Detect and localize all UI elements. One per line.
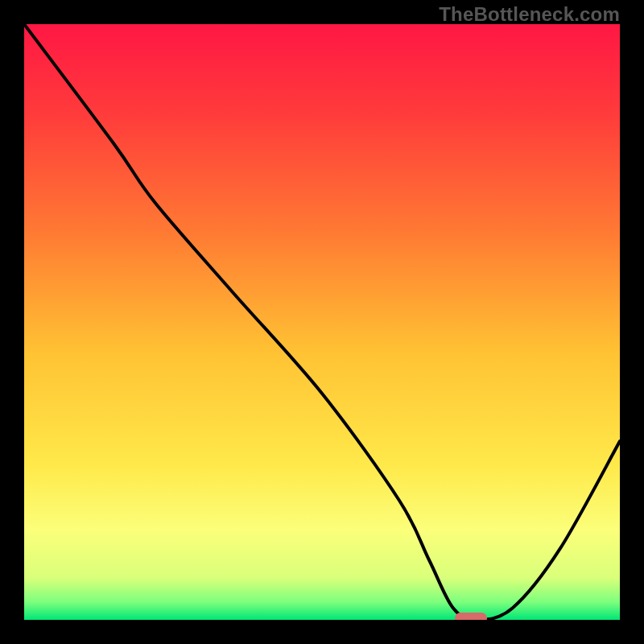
watermark-text: TheBottleneck.com [439,3,620,26]
chart-frame [24,24,620,620]
optimal-marker [455,613,487,620]
bottleneck-chart [24,24,620,620]
gradient-background [24,24,620,620]
